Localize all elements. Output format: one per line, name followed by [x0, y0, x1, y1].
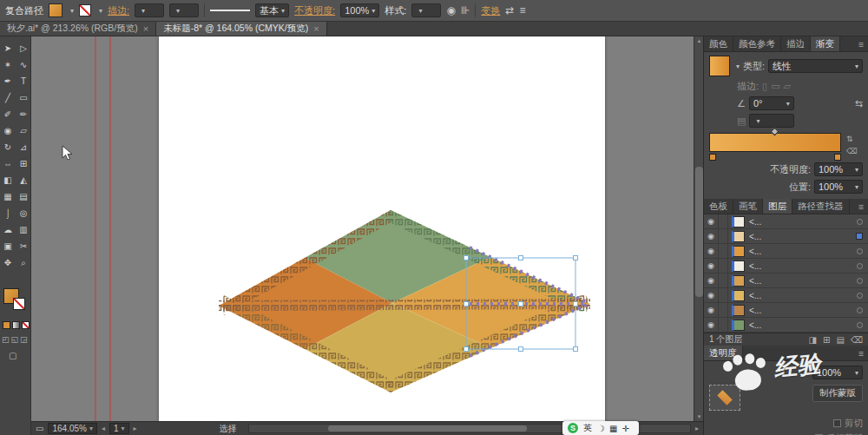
- layer-thumbnail[interactable]: [732, 246, 745, 257]
- next-artboard-icon[interactable]: ▸: [134, 425, 137, 432]
- horizontal-scroll-thumb[interactable]: [328, 425, 527, 432]
- magic-wand-tool[interactable]: ✶: [0, 56, 16, 73]
- tab-color[interactable]: 颜色: [704, 36, 733, 51]
- handle-se[interactable]: [574, 347, 578, 352]
- opacity-combo[interactable]: 100%▾: [340, 3, 379, 17]
- document-tab-1-close-icon[interactable]: ×: [143, 23, 148, 34]
- layer-lock-cell[interactable]: [718, 214, 728, 228]
- layer-lock-cell[interactable]: [718, 229, 728, 243]
- gradient-swatch[interactable]: [709, 56, 730, 76]
- gradient-type-combo[interactable]: 线性 ▾: [768, 59, 863, 73]
- layer-thumbnail[interactable]: [732, 216, 745, 227]
- layer-lock-cell[interactable]: [718, 274, 728, 287]
- zoom-dropdown-icon[interactable]: ▾: [89, 425, 93, 432]
- new-layer-icon[interactable]: ▤: [836, 335, 844, 345]
- free-transform-tool[interactable]: ⊞: [16, 155, 31, 172]
- handle-s[interactable]: [519, 347, 523, 352]
- layer-thumbnail[interactable]: [732, 275, 745, 287]
- direct-selection-tool[interactable]: ▷: [16, 40, 31, 56]
- layer-thumbnail[interactable]: [732, 305, 745, 316]
- document-tab-2-close-icon[interactable]: ×: [313, 23, 319, 34]
- layer-thumbnail[interactable]: [732, 320, 745, 331]
- shuffle-icon[interactable]: ⇄: [505, 4, 514, 16]
- handle-center[interactable]: [519, 302, 523, 306]
- layer-name[interactable]: <...: [749, 261, 857, 271]
- zoom-combo[interactable]: 164.05% ▾: [48, 423, 97, 434]
- tab-stroke[interactable]: 描边: [781, 36, 811, 51]
- draw-normal-icon[interactable]: ◰: [2, 335, 10, 344]
- paintbrush-tool[interactable]: ✐: [0, 106, 16, 122]
- transform-panel-link[interactable]: 变换: [481, 4, 500, 17]
- gradient-opacity-dropdown-icon[interactable]: ▾: [855, 166, 858, 174]
- layer-row[interactable]: ◉<...: [704, 303, 868, 318]
- variable-width-dropdown-icon[interactable]: ▾: [176, 7, 180, 15]
- artboard-tool[interactable]: ▣: [0, 238, 16, 254]
- gradient-delete-stop-icon[interactable]: ⌫: [846, 147, 858, 155]
- zoom-tool[interactable]: ⌕: [16, 254, 31, 271]
- transparency-opacity-dropdown-icon[interactable]: ▾: [855, 369, 858, 377]
- canvas-pasteboard[interactable]: [31, 36, 694, 421]
- selection-tool[interactable]: ➤: [0, 40, 16, 56]
- handle-w[interactable]: [464, 302, 469, 306]
- gradient-angle-combo[interactable]: 0° ▾: [749, 96, 794, 110]
- reverse-gradient-icon[interactable]: ⇆: [855, 98, 863, 109]
- layer-lock-cell[interactable]: [718, 318, 728, 332]
- layer-visibility-eye-icon[interactable]: ◉: [704, 276, 718, 285]
- layer-visibility-eye-icon[interactable]: ◉: [704, 306, 718, 314]
- opacity-panel-link[interactable]: 不透明度:: [294, 4, 335, 17]
- stroke-weight-combo[interactable]: ▾: [135, 3, 164, 17]
- gradient-stop-right[interactable]: [834, 154, 841, 161]
- fill-dropdown-icon[interactable]: ▾: [70, 7, 74, 15]
- layer-name[interactable]: <...: [749, 232, 856, 241]
- layer-target-circle[interactable]: [857, 293, 863, 299]
- tab-layers[interactable]: 图层: [763, 199, 792, 214]
- ime-moon-icon[interactable]: ☽: [597, 424, 605, 433]
- layer-lock-cell[interactable]: [718, 288, 728, 302]
- layer-target-circle[interactable]: [857, 322, 863, 328]
- gradient-slider[interactable]: ⇅ ⌫: [709, 131, 863, 161]
- make-mask-button[interactable]: 制作蒙版: [812, 385, 863, 402]
- blend-tool[interactable]: ◎: [16, 205, 31, 221]
- hand-tool[interactable]: ✥: [0, 254, 16, 271]
- tab-brushes[interactable]: 画笔: [733, 199, 763, 214]
- transparency-object-thumbnail[interactable]: [709, 385, 740, 411]
- layer-visibility-eye-icon[interactable]: ◉: [704, 217, 718, 226]
- layer-name[interactable]: <...: [749, 217, 857, 227]
- scroll-up-icon[interactable]: ▴: [695, 37, 703, 44]
- pen-tool[interactable]: ✒: [0, 73, 16, 89]
- handle-ne[interactable]: [574, 256, 578, 260]
- rotate-tool[interactable]: ↻: [0, 139, 16, 155]
- first-artboard-icon[interactable]: ◂: [102, 425, 105, 432]
- layer-row[interactable]: ◉<...: [704, 259, 868, 274]
- scroll-down-icon[interactable]: ▾: [695, 413, 703, 420]
- type-tool[interactable]: T: [16, 73, 31, 89]
- draw-inside-icon[interactable]: ◲: [20, 335, 28, 344]
- perspective-grid-tool[interactable]: ◭: [16, 172, 31, 188]
- layer-name[interactable]: <...: [749, 291, 857, 300]
- clip-checkbox[interactable]: [833, 419, 841, 427]
- lasso-tool[interactable]: ∿: [16, 56, 31, 73]
- clip-checkbox-row[interactable]: 剪切: [833, 418, 863, 430]
- layer-visibility-eye-icon[interactable]: ◉: [704, 320, 718, 329]
- layer-name[interactable]: <...: [749, 320, 857, 330]
- stroke-gradient-within-icon[interactable]: ▯: [762, 81, 767, 92]
- width-tool[interactable]: ⇔: [0, 155, 16, 172]
- stop-opacity-dropdown-icon[interactable]: ▾: [756, 117, 760, 125]
- pencil-tool[interactable]: ✏: [16, 106, 31, 122]
- fill-color-swatch[interactable]: [49, 3, 62, 17]
- artboard-dropdown-icon[interactable]: ▾: [122, 425, 125, 432]
- layer-name[interactable]: <...: [749, 247, 857, 256]
- handle-nw[interactable]: [464, 256, 469, 260]
- layer-selected-art-indicator[interactable]: [856, 233, 863, 240]
- gradient-stop-opacity-combo[interactable]: ▾: [749, 114, 794, 128]
- gradient-swatch-dropdown-icon[interactable]: ▾: [736, 63, 740, 70]
- recolor-artwork-icon[interactable]: ◉: [446, 4, 455, 16]
- brush-definition-combo[interactable]: 基本▾: [255, 3, 289, 17]
- tab-transparency[interactable]: 透明度: [704, 346, 743, 360]
- none-mode-button[interactable]: [22, 321, 30, 329]
- layer-thumbnail[interactable]: [732, 231, 745, 242]
- layer-name[interactable]: <...: [749, 306, 857, 315]
- panel-menu-icon[interactable]: ≡: [854, 346, 868, 360]
- gradient-mode-button[interactable]: [12, 321, 20, 329]
- handle-sw[interactable]: [464, 347, 469, 352]
